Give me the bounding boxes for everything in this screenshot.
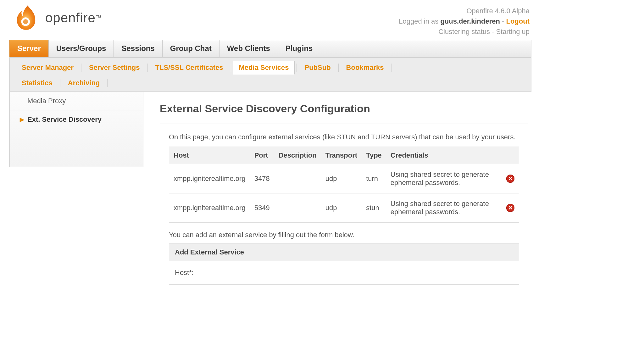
sidebar: ▶ Media Proxy ▶ Ext. Service Discovery — [9, 92, 143, 167]
version-line: Openfire 4.6.0 Alpha — [399, 6, 530, 16]
col-port: Port — [250, 147, 274, 164]
sidebar-item-label: Media Proxy — [27, 97, 66, 105]
primary-tabs: Server Users/Groups Sessions Group Chat … — [9, 40, 531, 58]
col-transport: Transport — [321, 147, 362, 164]
tab-web-clients[interactable]: Web Clients — [219, 40, 278, 57]
delete-icon[interactable]: ✕ — [506, 204, 514, 212]
divider — [107, 79, 108, 87]
tab-server[interactable]: Server — [9, 40, 49, 57]
subnav-bookmarks[interactable]: Bookmarks — [341, 61, 390, 74]
page-title: External Service Discovery Configuration — [160, 103, 528, 115]
cell-description — [274, 164, 321, 193]
cell-host: xmpp.igniterealtime.org — [169, 193, 250, 222]
divider — [391, 64, 391, 72]
cell-transport: udp — [321, 193, 362, 222]
svg-point-1 — [23, 19, 28, 24]
flame-icon — [13, 4, 40, 31]
divider — [338, 64, 339, 72]
cluster-line: Clustering status - Starting up — [399, 26, 530, 37]
table-row: xmpp.igniterealtime.org 5349 udp stun Us… — [169, 193, 519, 222]
subnav-media-services[interactable]: Media Services — [233, 61, 295, 75]
tab-plugins[interactable]: Plugins — [278, 40, 321, 57]
table-row: xmpp.igniterealtime.org 3478 udp turn Us… — [169, 164, 519, 193]
col-credentials: Credentials — [386, 147, 496, 164]
subnav-pubsub[interactable]: PubSub — [299, 61, 336, 74]
form-host-label: Host*: — [175, 269, 513, 277]
brand-name: openfire™ — [45, 10, 101, 25]
sidebar-item-label: Ext. Service Discovery — [27, 115, 102, 124]
login-line: Logged in as guus.der.kinderen - Logout — [399, 16, 530, 26]
cell-credentials: Using shared secret to generate ephemera… — [386, 193, 496, 222]
cell-type: turn — [362, 164, 386, 193]
page-intro: On this page, you can configure external… — [169, 132, 519, 142]
subnav-tls-certificates[interactable]: TLS/SSL Certificates — [150, 61, 229, 74]
col-type: Type — [362, 147, 386, 164]
cell-description — [274, 193, 321, 222]
divider — [297, 64, 297, 72]
add-service-note: You can add an external service by filli… — [169, 231, 519, 239]
delete-icon[interactable]: ✕ — [506, 175, 514, 183]
col-host: Host — [169, 147, 250, 164]
cell-host: xmpp.igniterealtime.org — [169, 164, 250, 193]
divider — [81, 64, 81, 72]
col-actions — [496, 147, 519, 164]
table-header-row: Host Port Description Transport Type Cre… — [169, 147, 519, 164]
tab-users-groups[interactable]: Users/Groups — [48, 40, 114, 57]
tab-group-chat[interactable]: Group Chat — [162, 40, 219, 57]
tab-filler — [320, 40, 531, 57]
services-table: Host Port Description Transport Type Cre… — [169, 147, 519, 223]
add-service-header: Add External Service — [169, 243, 519, 261]
header-status: Openfire 4.6.0 Alpha Logged in as guus.d… — [399, 4, 531, 37]
cell-port: 3478 — [250, 164, 274, 193]
cell-type: stun — [362, 193, 386, 222]
tab-sessions[interactable]: Sessions — [114, 40, 162, 57]
divider — [147, 64, 148, 72]
col-description: Description — [274, 147, 321, 164]
caret-right-icon: ▶ — [20, 117, 24, 122]
sub-nav: Server Manager Server Settings TLS/SSL C… — [9, 58, 531, 92]
divider — [60, 79, 60, 87]
config-panel: On this page, you can configure external… — [160, 124, 528, 285]
cluster-state: Starting up — [496, 28, 530, 36]
divider — [231, 64, 231, 72]
cell-credentials: Using shared secret to generate ephemera… — [386, 164, 496, 193]
sidebar-item-media-proxy[interactable]: ▶ Media Proxy — [10, 92, 143, 110]
cell-port: 5349 — [250, 193, 274, 222]
subnav-server-settings[interactable]: Server Settings — [83, 61, 145, 74]
main-content: External Service Discovery Configuration… — [143, 92, 531, 285]
cell-transport: udp — [321, 164, 362, 193]
current-user: guus.der.kinderen — [440, 17, 500, 25]
logout-link[interactable]: Logout — [506, 17, 530, 25]
brand-logo: openfire™ — [9, 4, 101, 31]
subnav-server-manager[interactable]: Server Manager — [16, 61, 79, 74]
sidebar-item-ext-service-discovery[interactable]: ▶ Ext. Service Discovery — [10, 110, 143, 129]
subnav-archiving[interactable]: Archiving — [62, 76, 105, 90]
subnav-statistics[interactable]: Statistics — [16, 76, 58, 90]
add-service-form: Host*: — [169, 261, 519, 285]
header-bar: openfire™ Openfire 4.6.0 Alpha Logged in… — [9, 0, 531, 40]
